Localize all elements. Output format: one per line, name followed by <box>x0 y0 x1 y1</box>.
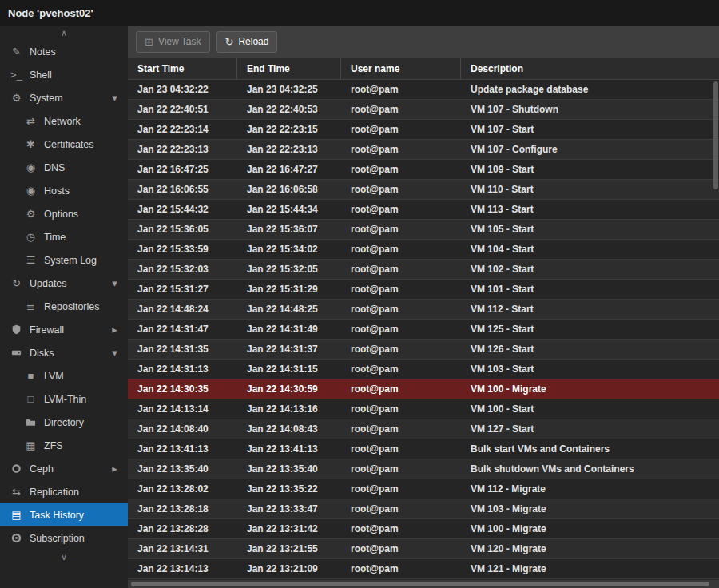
table-row[interactable]: Jan 22 22:23:13Jan 22 22:23:13root@pamVM… <box>128 140 719 160</box>
cell-description: VM 105 - Start <box>461 224 719 235</box>
sidebar-item-disks[interactable]: Disks▾ <box>0 341 128 364</box>
pencil-square-icon: ✎ <box>10 46 23 58</box>
table-row[interactable]: Jan 22 14:48:24Jan 22 14:48:25root@pamVM… <box>128 300 719 320</box>
column-header-description[interactable]: Description <box>461 58 719 79</box>
cell-start-time: Jan 22 22:23:13 <box>128 144 237 155</box>
sidebar-item-firewall[interactable]: Firewall▸ <box>0 318 128 341</box>
cell-end-time: Jan 22 15:44:34 <box>237 204 341 215</box>
sidebar-item-label: Shell <box>30 70 52 81</box>
sidebar-item-lvm-thin[interactable]: □LVM-Thin <box>0 387 128 411</box>
cell-start-time: Jan 22 15:33:59 <box>128 244 237 255</box>
table-row[interactable]: Jan 22 22:40:51Jan 22 22:40:53root@pamVM… <box>128 100 719 120</box>
cell-description: VM 100 - Start <box>461 403 719 415</box>
node-title: Node 'pvehost02' <box>8 7 93 19</box>
table-row[interactable]: Jan 22 15:44:32Jan 22 15:44:34root@pamVM… <box>128 200 719 220</box>
cell-description: VM 107 - Configure <box>461 144 719 155</box>
table-row[interactable]: Jan 22 14:30:35Jan 22 14:30:59root@pamVM… <box>128 379 719 399</box>
gear-icon: ⚙ <box>24 208 38 220</box>
column-header-start-time[interactable]: Start Time <box>128 58 237 79</box>
sidebar-item-directory[interactable]: Directory <box>0 411 128 434</box>
caret-down-icon[interactable]: ▾ <box>108 277 121 289</box>
globe-icon: ◉ <box>24 161 38 173</box>
sidebar-item-network[interactable]: ⇄Network <box>0 109 128 133</box>
cell-user-name: root@pam <box>341 144 461 155</box>
cell-end-time: Jan 22 13:33:47 <box>237 503 341 514</box>
table-row[interactable]: Jan 22 13:28:28Jan 22 13:31:42root@pamVM… <box>128 519 719 539</box>
cell-user-name: root@pam <box>341 344 461 355</box>
table-row[interactable]: Jan 22 15:36:05Jan 22 15:36:07root@pamVM… <box>128 220 719 240</box>
table-row[interactable]: Jan 22 13:41:13Jan 22 13:41:13root@pamBu… <box>128 439 719 459</box>
sidebar-item-system-log[interactable]: ☰System Log <box>0 248 128 272</box>
sidebar-item-updates[interactable]: ↻Updates▾ <box>0 272 128 295</box>
table-row[interactable]: Jan 22 13:35:40Jan 22 13:35:40root@pamBu… <box>128 459 719 479</box>
cell-end-time: Jan 22 16:06:58 <box>237 184 341 195</box>
column-header-user-name[interactable]: User name <box>341 58 461 79</box>
cell-user-name: root@pam <box>341 543 461 554</box>
vertical-scrollbar-thumb[interactable] <box>713 81 718 189</box>
folder-icon <box>24 417 38 427</box>
sidebar-item-options[interactable]: ⚙Options <box>0 202 128 225</box>
sidebar-item-time[interactable]: ◷Time <box>0 225 128 248</box>
clock-icon: ◷ <box>24 231 38 243</box>
table-row[interactable]: Jan 22 22:23:14Jan 22 22:23:15root@pamVM… <box>128 120 719 140</box>
table-row[interactable]: Jan 22 14:31:13Jan 22 14:31:15root@pamVM… <box>128 360 719 379</box>
caret-right-icon[interactable]: ▸ <box>108 324 121 336</box>
horizontal-scrollbar[interactable] <box>128 580 719 588</box>
sidebar-item-replication[interactable]: ⇆Replication <box>0 480 128 503</box>
table-row[interactable]: Jan 22 16:47:25Jan 22 16:47:27root@pamVM… <box>128 160 719 180</box>
table-row[interactable]: Jan 22 15:32:03Jan 22 15:32:05root@pamVM… <box>128 260 719 280</box>
sidebar-item-subscription[interactable]: Subscription <box>0 526 128 550</box>
square-outline-icon: □ <box>24 393 38 405</box>
table-row[interactable]: Jan 22 16:06:55Jan 22 16:06:58root@pamVM… <box>128 180 719 200</box>
cell-user-name: root@pam <box>341 104 461 115</box>
table-row[interactable]: Jan 22 14:31:47Jan 22 14:31:49root@pamVM… <box>128 320 719 340</box>
table-row[interactable]: Jan 22 14:08:40Jan 22 14:08:43root@pamVM… <box>128 419 719 439</box>
cell-start-time: Jan 22 14:31:13 <box>128 364 237 375</box>
table-row[interactable]: Jan 22 15:33:59Jan 22 15:34:02root@pamVM… <box>128 240 719 260</box>
sidebar-item-system[interactable]: ⚙System▾ <box>0 86 128 109</box>
sidebar-item-repositories[interactable]: ≣Repositories <box>0 295 128 318</box>
sidebar-item-notes[interactable]: ✎Notes <box>0 40 128 63</box>
view-task-label: View Task <box>158 36 201 47</box>
sidebar-item-dns[interactable]: ◉DNS <box>0 156 128 179</box>
sidebar-item-zfs[interactable]: ▦ZFS <box>0 434 128 457</box>
cell-user-name: root@pam <box>341 244 461 255</box>
sidebar-item-certificates[interactable]: ✱Certificates <box>0 133 128 156</box>
reload-button[interactable]: ↻ Reload <box>216 31 278 53</box>
cell-user-name: root@pam <box>341 523 461 534</box>
table-row[interactable]: Jan 23 04:32:22Jan 23 04:32:25root@pamUp… <box>128 80 719 100</box>
table-row[interactable]: Jan 22 14:31:35Jan 22 14:31:37root@pamVM… <box>128 340 719 360</box>
sidebar-item-ceph[interactable]: Ceph▸ <box>0 457 128 480</box>
cell-description: VM 104 - Start <box>461 244 719 255</box>
cell-description: VM 121 - Migrate <box>461 563 719 574</box>
sidebar-item-hosts[interactable]: ◉Hosts <box>0 179 128 202</box>
caret-down-icon[interactable]: ▾ <box>108 347 121 359</box>
cell-description: VM 113 - Start <box>461 204 719 215</box>
cell-start-time: Jan 22 14:30:35 <box>128 383 237 395</box>
replication-icon: ⇆ <box>10 486 23 498</box>
sidebar-item-label: Options <box>44 209 78 220</box>
sidebar-scroll-down[interactable]: ∨ <box>0 550 128 564</box>
table-row[interactable]: Jan 22 13:28:18Jan 22 13:33:47root@pamVM… <box>128 499 719 519</box>
horizontal-scrollbar-thumb[interactable] <box>131 582 709 586</box>
cell-end-time: Jan 22 14:31:49 <box>237 324 341 335</box>
table-row[interactable]: Jan 22 15:31:27Jan 22 15:31:29root@pamVM… <box>128 280 719 300</box>
cell-end-time: Jan 22 15:36:07 <box>237 224 341 235</box>
caret-down-icon[interactable]: ▾ <box>108 92 121 104</box>
vertical-scrollbar[interactable] <box>713 80 719 580</box>
view-task-button[interactable]: ⊞ View Task <box>136 31 210 53</box>
sidebar-item-shell[interactable]: >_Shell <box>0 63 128 86</box>
cell-start-time: Jan 22 14:31:47 <box>128 324 237 335</box>
sidebar-scroll-up[interactable]: ∧ <box>0 26 128 40</box>
table-row[interactable]: Jan 22 13:14:13Jan 22 13:21:09root@pamVM… <box>128 559 719 579</box>
toolbar: ⊞ View Task ↻ Reload <box>128 26 719 58</box>
sidebar-item-task-history[interactable]: ▤Task History <box>0 503 128 526</box>
cell-description: VM 127 - Start <box>461 423 719 435</box>
table-row[interactable]: Jan 22 13:28:02Jan 22 13:35:22root@pamVM… <box>128 479 719 499</box>
column-header-end-time[interactable]: End Time <box>237 58 341 79</box>
table-row[interactable]: Jan 22 13:14:31Jan 22 13:21:55root@pamVM… <box>128 539 719 559</box>
cell-end-time: Jan 22 15:31:29 <box>237 284 341 295</box>
caret-right-icon[interactable]: ▸ <box>108 463 121 475</box>
table-row[interactable]: Jan 22 14:13:14Jan 22 14:13:16root@pamVM… <box>128 399 719 419</box>
sidebar-item-lvm[interactable]: ■LVM <box>0 364 128 387</box>
